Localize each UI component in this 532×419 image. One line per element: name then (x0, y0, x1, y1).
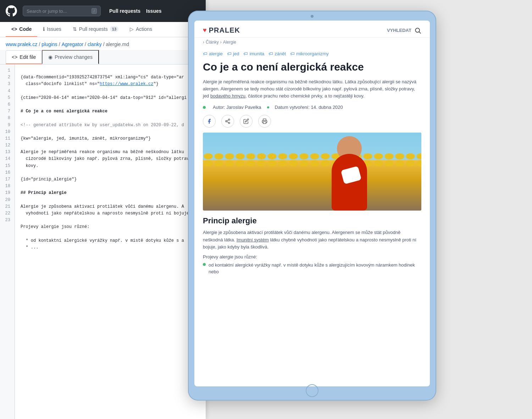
tag-label-3: imunita (249, 51, 264, 56)
svg-point-2 (228, 119, 230, 121)
code-line-4 (21, 88, 200, 95)
tablet-screen: ♥ PRALEK VYHLEDAT › Články › Alergie (194, 21, 430, 386)
github-repo-tabs: <> Code ℹ Issues ⇅ Pull requests 13 ▷ Ac… (0, 22, 206, 37)
breadcrumb-agregator[interactable]: Agregator (62, 41, 83, 47)
line-num-24: 20 (0, 197, 15, 203)
print-icon[interactable] (258, 115, 271, 128)
social-icons (203, 115, 421, 128)
tab-issues[interactable]: ℹ Issues (37, 22, 67, 37)
github-topnav: Search or jump to... / Pull requests Iss… (0, 0, 206, 22)
breadcrumb-plugins[interactable]: plugins (41, 41, 57, 47)
nav-pull-requests[interactable]: Pull requests (109, 8, 140, 14)
list-item-text: od kontaktní alergické vyrážky např. v m… (209, 262, 421, 275)
line-num-5: 4 (0, 88, 15, 95)
tab-preview-changes[interactable]: ◉ Preview changes (42, 50, 99, 64)
svg-line-1 (419, 32, 421, 33)
tag-icon-5: 🏷 (290, 51, 295, 56)
line-num-19: 16 (0, 169, 15, 176)
author-separator (267, 106, 269, 108)
author-dot-indicator (203, 105, 207, 110)
code-line-10 (21, 129, 200, 135)
line-num-26: 22 (0, 210, 15, 217)
code-line-12 (21, 142, 200, 149)
tag-alergie[interactable]: 🏷 alergie (203, 51, 223, 56)
breadcrumb-clanky[interactable]: Články (206, 40, 219, 45)
breadcrumb: www.pralek.cz / plugins / Agregator / cl… (0, 37, 206, 50)
tab-actions-label: Actions (136, 26, 152, 32)
breadcrumb-sep-1: / (39, 41, 40, 47)
share-icon[interactable] (221, 115, 234, 128)
code-line-3: class="docinfo linklist" ns="https://www… (21, 81, 200, 88)
code-line-22: vyhodnotí jako nepřátelskou a naprosto n… (21, 210, 200, 217)
line-num-6: 5 (0, 95, 15, 101)
article-date: Datum vytvoření: 14. dubna 2020 (275, 105, 343, 110)
facebook-icon[interactable] (203, 115, 216, 128)
tab-code[interactable]: <> Code (6, 22, 37, 37)
tab-actions[interactable]: ▷ Actions (124, 22, 158, 37)
breadcrumb-clanky[interactable]: clanky (88, 41, 102, 47)
code-line-21: Alergie je způsobena aktivací protilátek… (21, 203, 200, 210)
tag-mikroorganizmy[interactable]: 🏷 mikroorganizmy (290, 51, 329, 56)
search-shortcut: / (92, 8, 97, 14)
svg-point-3 (226, 121, 227, 122)
tab-edit-file[interactable]: <> Edit file (6, 50, 42, 64)
breadcrumb-sep-right: › (220, 40, 222, 45)
svg-point-0 (415, 28, 420, 32)
line-num-16: 13 (0, 149, 15, 156)
code-editor[interactable]: 1 2 3 4 5 6 7 8 9 10 11 12 13 14 15 16 1… (0, 65, 206, 419)
breadcrumb-filename: alergie.md (106, 41, 129, 47)
code-line-20 (21, 197, 200, 203)
line-num-25: 21 (0, 203, 15, 210)
code-content[interactable]: {data-fbcommentid="1939252742873754" xml… (15, 65, 206, 419)
tag-label-5: mikroorganizmy (296, 51, 329, 56)
code-line-23 (21, 217, 200, 224)
edit-file-icon: <> (12, 54, 17, 60)
line-num-18: 15 (0, 163, 15, 169)
preview-icon: ◉ (48, 54, 52, 60)
search-input[interactable]: Search or jump to... / (23, 6, 101, 16)
tab-code-label: Code (19, 26, 32, 32)
tag-imunita[interactable]: 🏷 imunita (243, 51, 264, 56)
article-hero-image (203, 133, 421, 211)
svg-point-4 (228, 122, 230, 124)
line-num-7: 6 (0, 101, 15, 108)
actions-icon: ▷ (130, 26, 134, 32)
line-num-27: 23 (0, 217, 15, 224)
nav-issues[interactable]: Issues (146, 8, 162, 14)
pralek-search-button[interactable]: VYHLEDAT (387, 27, 421, 34)
breadcrumb-root[interactable]: www.pralek.cz (6, 41, 37, 47)
code-line-27: * ... (21, 244, 200, 251)
author-name: Autor: Jaroslav Pavelka (213, 105, 261, 110)
github-panel: Search or jump to... / Pull requests Iss… (0, 0, 206, 419)
preview-label: Preview changes (55, 54, 93, 60)
tablet-device: ♥ PRALEK VYHLEDAT › Články › Alergie (188, 11, 436, 401)
heart-icon: ♥ (203, 27, 207, 34)
code-line-16 (21, 169, 200, 176)
code-line-18 (21, 183, 200, 190)
code-line-7: # Co je a co není alergická reakce (21, 108, 200, 115)
line-num-8: 7 (0, 108, 15, 115)
section2-body: Alergie je způsobena aktivací protilátek… (203, 229, 421, 250)
tag-zanet[interactable]: 🏷 zánět (268, 51, 286, 56)
line-num-13: 12 (0, 142, 15, 149)
tag-jed[interactable]: 🏷 jed (227, 51, 239, 56)
rapeseed-flowers (203, 160, 421, 211)
code-line-11: {kw="alergie, jed, imunita, zánět, mikro… (21, 135, 200, 142)
svg-rect-7 (263, 122, 266, 124)
code-line-13: Alergie je nepřiměřená reakce organismu … (21, 149, 200, 156)
projevy-label: Projevy alergie jsou různé: (203, 254, 421, 259)
pralek-header: ♥ PRALEK VYHLEDAT (194, 21, 430, 38)
tag-label-2: jed (233, 51, 239, 56)
line-numbers: 1 2 3 4 5 6 7 8 9 10 11 12 13 14 15 16 1… (0, 65, 15, 419)
tab-issues-label: Issues (47, 26, 61, 32)
tab-pull-requests[interactable]: ⇅ Pull requests 13 (67, 22, 124, 37)
tablet-home-button[interactable] (306, 384, 318, 397)
edit-icon[interactable] (240, 115, 253, 128)
file-edit-tabs: <> Edit file ◉ Preview changes (0, 50, 206, 65)
tab-pull-requests-label: Pull requests (79, 26, 108, 32)
breadcrumb-sep-left: › (203, 40, 204, 45)
line-num-9: 8 (0, 115, 15, 122)
code-icon: <> (11, 26, 17, 32)
code-line-6 (21, 101, 200, 108)
code-line-25 (21, 231, 200, 238)
